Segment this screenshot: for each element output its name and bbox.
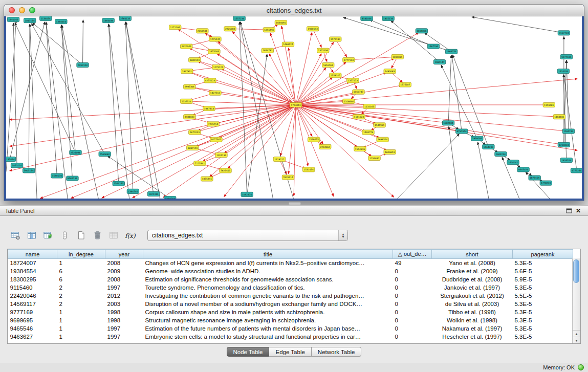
- network-node[interactable]: 9157734: [558, 31, 570, 35]
- network-node[interactable]: 7125341: [194, 161, 206, 166]
- row-tool-icon[interactable]: [58, 229, 71, 242]
- network-node[interactable]: 1904234: [495, 151, 507, 156]
- network-node[interactable]: 1554936: [354, 146, 366, 151]
- network-node[interactable]: 2764133: [119, 16, 131, 21]
- network-node[interactable]: 7235714: [207, 122, 219, 126]
- network-node[interactable]: 5905134: [23, 168, 34, 173]
- network-node[interactable]: 1847931: [181, 69, 193, 74]
- tab-node-table[interactable]: Node Table: [227, 347, 270, 357]
- network-node[interactable]: 1960193: [307, 27, 318, 31]
- network-node[interactable]: 1575107: [399, 82, 411, 87]
- network-node[interactable]: 9324504: [164, 196, 176, 199]
- network-node[interactable]: 1724043: [290, 102, 301, 107]
- network-node[interactable]: 1171184: [169, 25, 181, 30]
- network-node[interactable]: 1815134: [382, 16, 394, 21]
- network-node[interactable]: 1778234: [540, 181, 552, 185]
- network-node[interactable]: 1322036: [317, 48, 329, 53]
- network-node[interactable]: 1967313: [203, 106, 215, 111]
- close-panel-icon[interactable]: ✕: [574, 207, 583, 214]
- scroll-up-icon[interactable]: ▲: [573, 330, 580, 337]
- network-node[interactable]: 1024134: [215, 152, 227, 157]
- column-header-title[interactable]: title: [143, 250, 393, 259]
- new-column-icon[interactable]: [42, 229, 54, 242]
- network-node[interactable]: 1675183: [208, 49, 220, 54]
- network-node[interactable]: 1364744: [127, 189, 139, 193]
- network-node[interactable]: 1590134: [51, 173, 63, 178]
- network-node[interactable]: 1210034: [558, 142, 570, 147]
- network-node[interactable]: 1468124: [282, 42, 294, 47]
- network-node[interactable]: 1672033: [189, 130, 201, 135]
- function-builder-icon[interactable]: f(x): [124, 229, 136, 242]
- network-node[interactable]: 1777134: [343, 57, 355, 62]
- network-node[interactable]: 1134074: [40, 16, 52, 21]
- table-row[interactable]: 1830029562008Estimation of significance …: [8, 275, 573, 283]
- network-node[interactable]: 1464034: [102, 18, 114, 23]
- network-node[interactable]: 1696514: [377, 137, 388, 142]
- network-node[interactable]: 7635414: [282, 175, 294, 180]
- network-node[interactable]: 1557234: [233, 16, 245, 21]
- table-row[interactable]: 977716911998Corpus callosum shape and si…: [8, 308, 573, 316]
- network-node[interactable]: 1159581: [543, 102, 555, 107]
- network-node[interactable]: 1275142: [209, 37, 221, 41]
- network-node[interactable]: 2043134: [24, 18, 35, 23]
- new-file-icon[interactable]: [75, 229, 87, 242]
- network-node[interactable]: 1575183: [330, 37, 341, 41]
- scrollbar-thumb[interactable]: [573, 259, 579, 283]
- network-node[interactable]: 1875341: [201, 177, 213, 181]
- table-row[interactable]: 1872400712008Changes of HCN gene express…: [8, 259, 573, 267]
- network-node[interactable]: 2204962: [319, 144, 331, 149]
- network-node[interactable]: 1921314: [147, 191, 159, 196]
- zoom-button[interactable]: [29, 7, 35, 13]
- network-node[interactable]: 1483083: [384, 69, 396, 74]
- table-row[interactable]: 946362711997Embryonic stem cells: a mode…: [8, 333, 573, 341]
- network-node[interactable]: 1464233: [483, 144, 494, 149]
- network-node[interactable]: 1564233: [113, 181, 124, 186]
- network-node[interactable]: 1377173: [347, 78, 359, 83]
- network-node[interactable]: 9277434: [560, 54, 572, 59]
- network-node[interactable]: 1495776: [362, 130, 374, 135]
- show-columns-icon[interactable]: [26, 229, 38, 242]
- network-node[interactable]: 2526094: [70, 150, 81, 155]
- network-node[interactable]: 1604042: [507, 160, 519, 165]
- table-row[interactable]: 911546021997Tourette syndrome. Phenomeno…: [8, 283, 573, 292]
- network-node[interactable]: 1982104: [442, 121, 454, 125]
- network-node[interactable]: 9135034: [6, 157, 16, 162]
- network-node[interactable]: 9345024: [517, 167, 529, 172]
- network-node[interactable]: 9565133: [67, 176, 78, 181]
- network-node[interactable]: 1800124: [189, 57, 201, 62]
- network-node[interactable]: 1664091: [275, 20, 287, 25]
- column-header-in-degree[interactable]: in_degree: [57, 250, 105, 259]
- network-node[interactable]: 1873414: [529, 176, 540, 180]
- float-panel-icon[interactable]: [564, 207, 574, 214]
- network-node[interactable]: 1275125: [212, 65, 224, 70]
- network-node[interactable]: 1531454: [302, 167, 314, 172]
- network-node[interactable]: 1092374: [241, 192, 253, 196]
- delete-icon[interactable]: [91, 229, 103, 242]
- network-node[interactable]: 3481033: [184, 115, 195, 119]
- network-node[interactable]: 1168181: [553, 115, 565, 119]
- table-row[interactable]: 1456911722003Disruption of a novel membe…: [8, 300, 573, 308]
- import-table-icon[interactable]: [107, 229, 120, 242]
- network-node[interactable]: 1427512: [209, 91, 221, 95]
- network-node[interactable]: 1633514: [560, 158, 572, 163]
- tab-edge-table[interactable]: Edge Table: [269, 347, 311, 357]
- network-node[interactable]: 8181044: [361, 16, 373, 21]
- column-header-out-degree[interactable]: △ out_de…: [393, 250, 432, 259]
- network-node[interactable]: 1164234: [562, 129, 574, 134]
- network-node[interactable]: 1694096: [416, 29, 427, 33]
- network-node[interactable]: 2997304: [184, 84, 195, 89]
- minimize-button[interactable]: [19, 7, 25, 13]
- network-node[interactable]: 1981147: [433, 59, 445, 64]
- table-row[interactable]: 946554611997Estimation of the future num…: [8, 324, 573, 333]
- network-node[interactable]: 1558327: [330, 73, 341, 78]
- network-node[interactable]: 1132163: [363, 104, 375, 108]
- network-node[interactable]: 1285081: [391, 54, 403, 59]
- network-node[interactable]: 1854781: [262, 48, 273, 53]
- window-titlebar[interactable]: citations_edges.txt: [4, 5, 584, 16]
- network-node[interactable]: 1254832: [368, 156, 380, 161]
- network-node[interactable]: 1053114: [11, 163, 23, 168]
- network-node[interactable]: 2226083: [224, 27, 236, 31]
- network-node[interactable]: 6773234: [571, 168, 582, 173]
- table-row[interactable]: 969969511998Structural magnetic resonanc…: [8, 316, 573, 324]
- column-header-short[interactable]: short: [432, 250, 513, 259]
